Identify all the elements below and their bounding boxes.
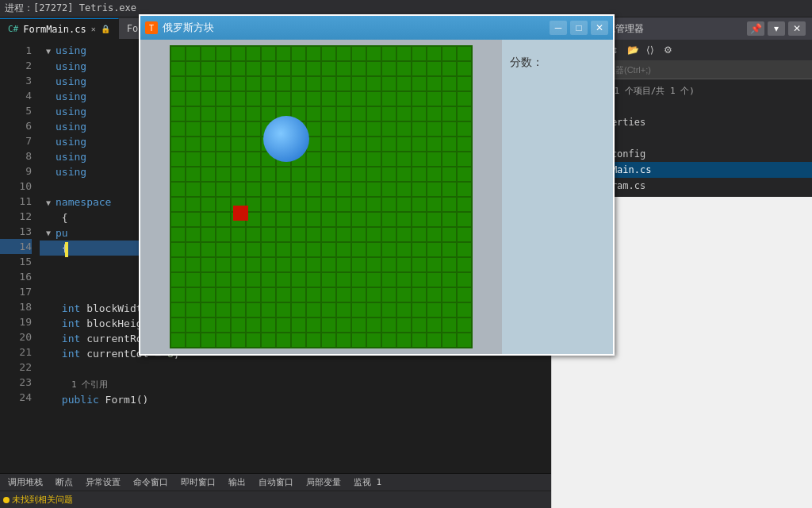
grid-cell (396, 197, 412, 212)
grid-cell (170, 152, 186, 167)
grid-cell (306, 197, 321, 212)
grid-cell (231, 137, 246, 152)
fold-13[interactable]: ▼ (46, 225, 56, 241)
fold-11[interactable]: ▼ (46, 195, 56, 210)
grid-cell (276, 302, 291, 318)
tetris-close-btn[interactable]: ✕ (591, 21, 608, 35)
grid-cell (351, 242, 366, 257)
tetris-minimize-btn[interactable]: ─ (550, 21, 567, 35)
tetris-app-icon: T (145, 21, 158, 34)
ln-19: 19 (0, 314, 32, 329)
command-btn[interactable]: 命令窗口 (128, 475, 173, 490)
grid-cell (246, 227, 261, 242)
grid-cell (457, 333, 472, 348)
locals-btn[interactable]: 局部变量 (301, 475, 346, 490)
breakpoints-btn[interactable]: 断点 (51, 475, 78, 490)
grid-cell (396, 227, 412, 242)
tetris-title-bar: T 俄罗斯方块 ─ □ ✕ (140, 16, 613, 40)
grid-cell (246, 182, 261, 197)
process-label: 进程：[27272] Tetris.exe (5, 2, 136, 15)
grid-cell (246, 121, 261, 137)
exceptions-btn[interactable]: 异常设置 (81, 475, 125, 490)
grid-cell (457, 182, 472, 197)
grid-cell (216, 227, 231, 242)
grid-cell (366, 212, 381, 227)
grid-cell (231, 46, 246, 61)
watch-btn[interactable]: 监视 1 (349, 475, 386, 490)
grid-cell (351, 152, 366, 167)
grid-cell (231, 61, 246, 76)
tetris-title-text: 俄罗斯方块 (163, 21, 214, 35)
grid-cell (396, 137, 412, 152)
grid-cell (261, 272, 276, 287)
grid-cell (412, 106, 427, 121)
grid-cell (442, 121, 457, 137)
se-toolbar-btn5[interactable]: 📂 (625, 42, 641, 58)
grid-cell (396, 257, 412, 272)
grid-cell (381, 318, 396, 333)
ln-18: 18 (0, 299, 32, 314)
grid-cell (216, 242, 231, 257)
se-toolbar-btn7[interactable]: ⚙ (660, 42, 676, 58)
grid-cell (291, 91, 306, 106)
grid-cell (457, 167, 472, 182)
ln-13: 13 (19, 224, 32, 239)
grid-cell (306, 287, 321, 302)
fold-1[interactable]: ▼ (46, 44, 56, 59)
grid-cell (261, 91, 276, 106)
grid-cell (412, 182, 427, 197)
grid-cell (442, 167, 457, 182)
tab-form-main[interactable]: C# FormMain.cs ✕ 🔒 (0, 18, 119, 39)
grid-cell (246, 272, 261, 287)
grid-cell (186, 302, 201, 318)
grid-cell (412, 61, 427, 76)
grid-cell (442, 46, 457, 61)
auto-btn[interactable]: 自动窗口 (254, 475, 298, 490)
se-pin-button[interactable]: 📌 (747, 21, 764, 36)
grid-cell (351, 106, 366, 121)
call-stack-btn[interactable]: 调用堆栈 (3, 475, 48, 490)
immediate-btn[interactable]: 即时窗口 (176, 475, 220, 490)
ln-14-row: 14 (0, 239, 32, 254)
output-btn[interactable]: 输出 (224, 475, 251, 490)
grid-cell (396, 121, 412, 137)
grid-cell (412, 333, 427, 348)
grid-cell (291, 212, 306, 227)
grid-cell (291, 182, 306, 197)
grid-cell (186, 152, 201, 167)
grid-cell (336, 242, 351, 257)
grid-cell (306, 46, 321, 61)
grid-cell (381, 61, 396, 76)
grid-cell (276, 333, 291, 348)
grid-cell (381, 167, 396, 182)
grid-cell (216, 137, 231, 152)
grid-cell (201, 121, 216, 137)
grid-cell (457, 242, 472, 257)
grid-cell (366, 333, 381, 348)
grid-cell (442, 137, 457, 152)
grid-cell (321, 137, 336, 152)
grid-cell (291, 152, 306, 167)
grid-cell (261, 152, 276, 167)
grid-cell (306, 91, 321, 106)
grid-cell (351, 333, 366, 348)
grid-cell (291, 106, 306, 121)
grid-cell (366, 197, 381, 212)
grid-cell (442, 212, 457, 227)
grid-cell (276, 152, 291, 167)
grid-cell (201, 318, 216, 333)
se-collapse-button[interactable]: ▾ (768, 21, 785, 36)
grid-cell (231, 318, 246, 333)
tab-close-icon[interactable]: ✕ (91, 25, 96, 33)
grid-cell (306, 212, 321, 227)
se-close-button[interactable]: ✕ (788, 21, 806, 36)
grid-cell (170, 76, 186, 91)
grid-cell (246, 91, 261, 106)
grid-cell (336, 91, 351, 106)
tetris-maximize-btn[interactable]: □ (570, 21, 588, 35)
grid-cell (170, 333, 186, 348)
grid-cell (442, 91, 457, 106)
grid-cell (336, 272, 351, 287)
grid-cell (396, 333, 412, 348)
se-toolbar-btn6[interactable]: ⟨⟩ (642, 42, 658, 58)
